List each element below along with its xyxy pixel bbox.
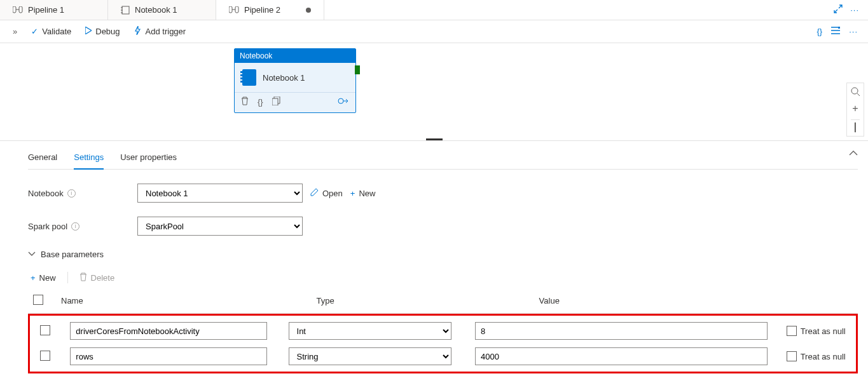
debug-label: Debug xyxy=(95,27,120,36)
svg-rect-1 xyxy=(19,6,22,13)
svg-point-12 xyxy=(338,98,343,104)
col-type: Type xyxy=(312,288,534,314)
list-icon[interactable] xyxy=(831,27,840,36)
output-connector-icon[interactable] xyxy=(338,97,349,107)
row-checkbox[interactable] xyxy=(40,325,50,335)
more-vertical-icon[interactable]: ┃ xyxy=(851,119,860,132)
treat-as-null[interactable]: Treat as null xyxy=(787,351,850,361)
expand-icon[interactable] xyxy=(834,4,843,15)
param-name-input[interactable] xyxy=(70,322,267,340)
tab-label: Notebook 1 xyxy=(135,5,177,15)
chevron-down-icon xyxy=(28,250,36,259)
more-icon[interactable]: ··· xyxy=(849,27,858,36)
highlight-box: Int Treat as null String Treat as null xyxy=(28,314,858,373)
sparkpool-select[interactable]: SparkPool xyxy=(137,217,303,236)
null-checkbox[interactable] xyxy=(787,326,797,336)
notebook-activity[interactable]: Notebook Notebook 1 {} xyxy=(234,48,356,113)
delete-icon[interactable] xyxy=(241,97,249,107)
divider xyxy=(67,272,68,283)
tab-label: Pipeline 2 xyxy=(244,5,280,15)
info-icon[interactable]: i xyxy=(71,222,79,231)
base-params-label: Base parameters xyxy=(41,250,104,259)
tab-settings[interactable]: Settings xyxy=(74,147,104,170)
search-icon[interactable] xyxy=(851,87,860,98)
svg-rect-10 xyxy=(838,27,840,29)
pipeline-canvas[interactable]: Notebook Notebook 1 {} + ┃ xyxy=(0,43,868,141)
delete-param-button[interactable]: Delete xyxy=(79,272,115,283)
info-icon[interactable]: i xyxy=(67,189,76,198)
properties-panel: General Settings User properties Noteboo… xyxy=(0,141,868,376)
copy-icon[interactable] xyxy=(272,97,280,107)
col-value: Value xyxy=(534,288,778,314)
param-name-input[interactable] xyxy=(70,347,267,365)
tab-pipeline-1[interactable]: Pipeline 1 xyxy=(0,0,108,20)
tab-general[interactable]: General xyxy=(28,147,57,169)
activity-name: Notebook 1 xyxy=(263,73,305,83)
more-icon[interactable]: ··· xyxy=(850,5,859,15)
tab-label: Pipeline 1 xyxy=(28,5,64,15)
tab-pipeline-2[interactable]: Pipeline 2 xyxy=(216,0,324,20)
sparkpool-label: Spark pool xyxy=(28,222,67,231)
null-checkbox[interactable] xyxy=(787,351,797,361)
edit-icon xyxy=(310,188,319,198)
svg-rect-3 xyxy=(122,6,129,14)
validate-button[interactable]: ✓ Validate xyxy=(26,24,76,39)
svg-point-13 xyxy=(851,88,858,94)
svg-rect-11 xyxy=(272,98,278,105)
canvas-tools: + ┃ xyxy=(846,83,864,137)
svg-line-14 xyxy=(857,93,860,96)
table-row: Int Treat as null xyxy=(31,318,855,344)
params-table: Name Type Value Int Treat as null xyxy=(28,288,858,373)
treat-as-null[interactable]: Treat as null xyxy=(787,326,850,336)
svg-rect-8 xyxy=(235,6,238,13)
open-button[interactable]: Open xyxy=(310,188,343,198)
panel-tabs: General Settings User properties xyxy=(28,147,858,170)
notebook-icon xyxy=(242,69,256,86)
code-icon[interactable]: {} xyxy=(258,97,263,107)
activity-type-label: Notebook xyxy=(235,49,355,63)
plus-icon: + xyxy=(350,189,355,198)
plus-icon: + xyxy=(31,273,36,283)
play-icon xyxy=(85,27,92,36)
svg-rect-0 xyxy=(13,6,16,13)
add-icon[interactable]: + xyxy=(851,103,860,114)
tab-notebook-1[interactable]: Notebook 1 xyxy=(108,0,216,20)
col-name: Name xyxy=(56,288,312,314)
select-all-checkbox[interactable] xyxy=(33,295,43,305)
base-parameters-section[interactable]: Base parameters xyxy=(28,250,858,259)
row-checkbox[interactable] xyxy=(40,351,50,361)
new-param-button[interactable]: +New xyxy=(31,273,56,283)
param-value-input[interactable] xyxy=(475,347,768,365)
notebook-label: Notebook xyxy=(28,189,64,198)
param-type-select[interactable]: Int xyxy=(289,322,451,340)
tab-bar: Pipeline 1 Notebook 1 Pipeline 2 ··· xyxy=(0,0,868,20)
add-trigger-label: Add trigger xyxy=(146,27,186,36)
pipeline-toolbar: » ✓ Validate Debug Add trigger {} ··· xyxy=(0,20,868,43)
collapse-side-icon[interactable]: » xyxy=(8,27,22,36)
notebook-icon xyxy=(121,6,130,15)
validate-label: Validate xyxy=(42,27,71,36)
panel-collapse-icon[interactable] xyxy=(849,149,858,158)
unsaved-indicator-icon xyxy=(306,8,311,13)
pipeline-icon xyxy=(13,6,23,14)
debug-button[interactable]: Debug xyxy=(80,24,125,39)
new-button[interactable]: +New xyxy=(350,189,376,198)
tab-user-properties[interactable]: User properties xyxy=(120,147,177,169)
trigger-icon xyxy=(134,26,142,37)
success-output-icon[interactable] xyxy=(355,65,360,74)
param-type-select[interactable]: String xyxy=(289,347,451,365)
check-icon: ✓ xyxy=(31,27,38,36)
param-value-input[interactable] xyxy=(475,322,768,340)
pipeline-icon xyxy=(229,6,239,14)
svg-rect-7 xyxy=(229,6,232,13)
delete-icon xyxy=(79,272,87,283)
notebook-select[interactable]: Notebook 1 xyxy=(137,184,303,203)
table-row: String Treat as null xyxy=(31,344,855,369)
add-trigger-button[interactable]: Add trigger xyxy=(129,24,191,39)
code-icon[interactable]: {} xyxy=(816,27,822,36)
